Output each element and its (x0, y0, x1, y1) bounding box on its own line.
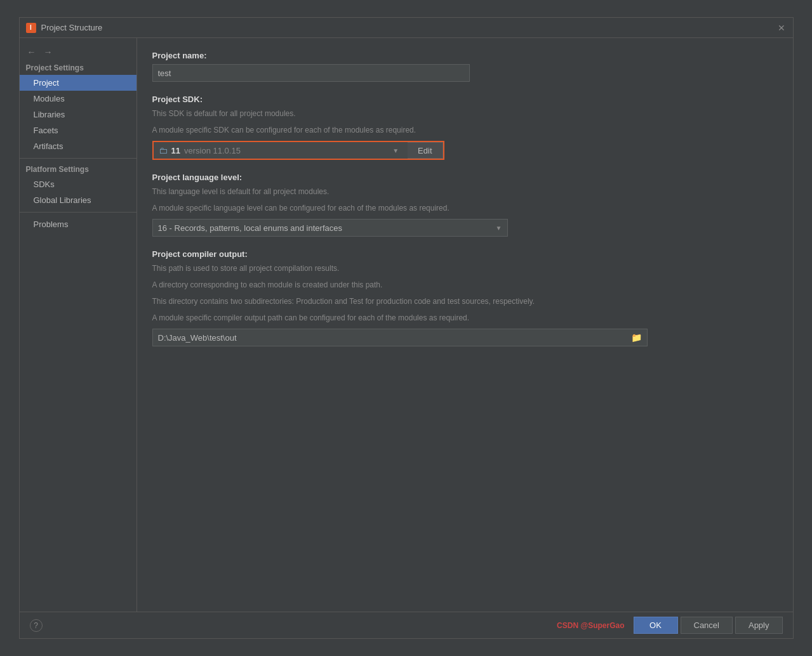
sidebar-divider-2 (20, 212, 136, 213)
sidebar-item-project[interactable]: Project (20, 75, 136, 91)
compiler-output-value: D:\Java_Web\test\out (158, 333, 631, 343)
sdk-row: 🗀 11 version 11.0.15 ▼ Edit (152, 141, 444, 160)
sidebar-item-modules[interactable]: Modules (20, 91, 136, 107)
sdk-select-inner: 🗀 11 version 11.0.15 (159, 145, 389, 155)
apply-button[interactable]: Apply (735, 617, 783, 634)
title-bar: I Project Structure ✕ (20, 18, 793, 38)
compiler-desc4: A module specific compiler output path c… (152, 312, 778, 324)
sdk-desc2: A module specific SDK can be configured … (152, 124, 778, 136)
nav-arrows: ← → (20, 43, 136, 61)
language-level-label: Project language level: (152, 173, 778, 182)
sidebar-item-facets[interactable]: Facets (20, 122, 136, 138)
platform-settings-header: Platform Settings (20, 162, 136, 176)
compiler-desc2: A directory corresponding to each module… (152, 279, 778, 291)
main-content: Project name: Project SDK: This SDK is d… (137, 38, 793, 612)
title-bar-left: I Project Structure (26, 23, 103, 33)
project-settings-header: Project Settings (20, 61, 136, 75)
sdk-dropdown[interactable]: 🗀 11 version 11.0.15 ▼ (154, 142, 408, 159)
project-name-section: Project name: (152, 51, 778, 82)
compiler-desc3: This directory contains two subdirectori… (152, 296, 778, 307)
bottom-right: CSDN @SuperGao OK Cancel Apply (557, 617, 782, 634)
project-structure-dialog: I Project Structure ✕ ← → Project Settin… (19, 17, 794, 639)
sdk-version-text: version 11.0.15 (184, 146, 241, 155)
lang-desc1: This language level is default for all p… (152, 186, 778, 197)
help-button[interactable]: ? (30, 619, 43, 632)
content-area: ← → Project Settings Project Modules Lib… (20, 38, 793, 612)
project-sdk-label: Project SDK: (152, 95, 778, 104)
sidebar-item-sdks[interactable]: SDKs (20, 176, 136, 192)
project-name-label: Project name: (152, 51, 778, 60)
sidebar: ← → Project Settings Project Modules Lib… (20, 38, 137, 612)
ok-button[interactable]: OK (634, 617, 678, 634)
close-button[interactable]: ✕ (776, 23, 787, 33)
compiler-output-browse-button[interactable]: 📁 (631, 332, 642, 343)
language-level-section: Project language level: This language le… (152, 173, 778, 237)
compiler-output-label: Project compiler output: (152, 249, 778, 259)
cancel-button[interactable]: Cancel (681, 617, 733, 634)
sdk-dropdown-arrow: ▼ (389, 147, 403, 154)
project-name-input[interactable] (152, 64, 470, 82)
bottom-bar: ? CSDN @SuperGao OK Cancel Apply (20, 612, 793, 638)
sidebar-item-global-libraries[interactable]: Global Libraries (20, 192, 136, 208)
language-level-selected: 16 - Records, patterns, local enums and … (158, 223, 496, 233)
compiler-output-container: D:\Java_Web\test\out 📁 (152, 329, 648, 346)
compiler-output-section: Project compiler output: This path is us… (152, 249, 778, 346)
sdk-folder-icon: 🗀 (159, 145, 168, 155)
sdk-version-number: 11 (171, 146, 180, 155)
sidebar-item-libraries[interactable]: Libraries (20, 107, 136, 122)
lang-dropdown-arrow: ▼ (496, 225, 502, 232)
dialog-title: Project Structure (41, 23, 103, 32)
sidebar-item-problems[interactable]: Problems (20, 216, 136, 232)
back-button[interactable]: ← (25, 46, 39, 58)
project-sdk-section: Project SDK: This SDK is default for all… (152, 95, 778, 160)
idea-icon: I (26, 23, 36, 33)
language-level-dropdown[interactable]: 16 - Records, patterns, local enums and … (152, 219, 508, 237)
sidebar-divider (20, 158, 136, 159)
compiler-desc1: This path is used to store all project c… (152, 263, 778, 274)
lang-desc2: A module specific language level can be … (152, 202, 778, 214)
bottom-left: ? (30, 619, 43, 632)
sidebar-item-artifacts[interactable]: Artifacts (20, 138, 136, 154)
watermark-text: CSDN @SuperGao (557, 621, 624, 630)
sdk-edit-button[interactable]: Edit (408, 142, 443, 159)
forward-button[interactable]: → (41, 46, 55, 58)
sdk-desc1: This SDK is default for all project modu… (152, 108, 778, 119)
